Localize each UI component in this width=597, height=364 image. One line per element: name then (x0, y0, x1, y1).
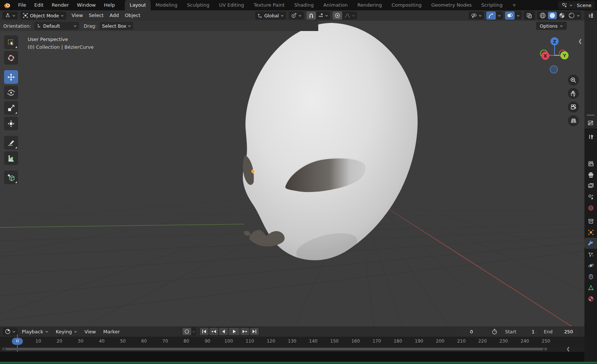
workspace-tab[interactable]: + (507, 0, 521, 10)
outliner-scrollbar[interactable] (587, 114, 595, 116)
timeline-collapse-arrow[interactable]: ❮ (566, 346, 570, 351)
workspace-tab[interactable]: Shading (289, 0, 319, 10)
navigation-gizmo[interactable]: Z X Y (535, 34, 575, 78)
topbar-menu-item[interactable]: Edit (30, 0, 48, 10)
viewport-menu-item[interactable]: Select (86, 10, 107, 21)
topbar-menu-item[interactable]: Render (48, 0, 73, 10)
gizmo-axis-x[interactable]: X (541, 52, 549, 60)
gizmo-axis-y[interactable]: Y (560, 51, 569, 59)
snap-toggle[interactable] (306, 11, 316, 20)
start-frame-field[interactable]: Start 1 (501, 329, 539, 334)
zoom-button[interactable] (568, 75, 579, 86)
tool-rotate[interactable] (4, 86, 18, 99)
properties-tab-object-data[interactable] (584, 282, 597, 293)
workspace-tab[interactable]: Geometry Nodes (426, 0, 477, 10)
properties-tab-object[interactable] (584, 227, 597, 238)
workspace-tab[interactable]: Animation (319, 0, 353, 10)
outliner-header[interactable] (584, 10, 597, 21)
blender-logo-icon[interactable] (4, 2, 11, 9)
tool-measure[interactable] (4, 151, 18, 165)
transform-orientation-dropdown[interactable]: Global (255, 11, 286, 20)
properties-tab-world[interactable] (584, 202, 597, 213)
properties-tab-view-layer[interactable] (584, 180, 597, 191)
overlays-toggle[interactable] (505, 11, 515, 20)
tool-move[interactable] (4, 70, 18, 84)
timeline-ruler[interactable]: 1020304050607080901001101201301401501601… (0, 337, 584, 346)
workspace-tab[interactable]: Rendering (353, 0, 387, 10)
next-keyframe-button[interactable] (240, 328, 249, 335)
tool-scale[interactable] (4, 101, 18, 115)
properties-tab-scene[interactable] (584, 191, 597, 202)
properties-tab-physics[interactable] (584, 260, 597, 271)
properties-tab-tool[interactable] (584, 131, 597, 142)
show-object-types-dropdown[interactable] (469, 11, 484, 20)
stopwatch-icon[interactable] (491, 329, 498, 335)
properties-tab-collection[interactable] (584, 216, 597, 227)
outliner-region[interactable] (584, 21, 597, 117)
mode-selector[interactable]: Object Mode (20, 11, 66, 20)
workspace-tab[interactable]: Modeling (151, 0, 182, 10)
topbar-menu-item[interactable]: Help (100, 0, 119, 10)
snap-settings-dropdown[interactable] (316, 11, 330, 20)
chevron-down-icon[interactable] (192, 330, 195, 333)
playback-menu[interactable]: Playback (18, 329, 52, 334)
editor-type-button[interactable] (3, 11, 18, 20)
shading-rendered-button[interactable] (567, 12, 576, 19)
view-menu[interactable]: View (81, 329, 99, 334)
viewport-menu-item[interactable]: View (69, 10, 86, 21)
tool-add-cube[interactable] (4, 171, 18, 184)
workspace-tab[interactable]: Layout (125, 0, 151, 10)
gizmo-toggle[interactable] (486, 11, 496, 20)
properties-tab-material[interactable] (584, 293, 597, 304)
tool-annotate[interactable] (4, 136, 18, 150)
object-origin-dot[interactable] (252, 170, 255, 173)
workspace-tab[interactable]: Sculpting (182, 0, 214, 10)
orientation-dropdown[interactable]: Default (34, 22, 79, 30)
properties-tab-modifier[interactable] (584, 238, 597, 249)
gizmo-axis-z[interactable]: Z (550, 37, 559, 45)
toggle-ortho-button[interactable] (568, 115, 579, 126)
topbar-menu-item[interactable]: Window (73, 0, 100, 10)
timeline-editor-type-button[interactable] (3, 327, 18, 336)
gizmo-axis-neg-z[interactable] (550, 66, 557, 73)
scene-selector[interactable]: Scene (558, 1, 595, 9)
tool-transform[interactable] (4, 117, 18, 130)
sidebar-collapse-arrow[interactable]: ❮ (578, 38, 582, 44)
tool-tweak-select-box[interactable] (4, 35, 18, 49)
workspace-tab[interactable]: Compositing (387, 0, 426, 10)
viewport-menu-item[interactable]: Add (107, 10, 122, 21)
workspace-tab[interactable]: Texture Paint (249, 0, 289, 10)
camera-view-button[interactable] (568, 102, 579, 113)
scrollbar-left-dot[interactable] (3, 348, 6, 350)
play-reverse-button[interactable] (219, 328, 228, 335)
marker-menu[interactable]: Marker (100, 329, 123, 334)
drag-dropdown[interactable]: Select Box (100, 22, 133, 30)
proportional-edit-toggle[interactable] (333, 11, 342, 20)
jump-to-start-button[interactable] (200, 328, 209, 335)
previous-keyframe-button[interactable] (209, 328, 218, 335)
jump-to-end-button[interactable] (250, 328, 259, 335)
shading-wireframe-button[interactable] (538, 12, 547, 19)
shading-material-button[interactable] (557, 12, 566, 19)
chevron-down-icon[interactable] (577, 14, 580, 17)
workspace-tab[interactable]: UV Editing (214, 0, 249, 10)
properties-tab-particles[interactable] (584, 249, 597, 260)
properties-header[interactable] (584, 117, 597, 128)
pivot-point-dropdown[interactable] (289, 11, 304, 20)
xray-toggle[interactable] (524, 11, 535, 20)
properties-tab-output[interactable] (584, 169, 597, 180)
3d-viewport[interactable]: User Perspective (0) Collection | Bézier… (0, 21, 584, 326)
properties-tab-constraints[interactable] (584, 271, 597, 282)
overlays-dropdown[interactable] (515, 11, 522, 20)
timeline-scrollbar[interactable] (2, 348, 547, 350)
gizmo-dropdown[interactable] (496, 11, 503, 20)
end-frame-field[interactable]: End 250 (539, 329, 577, 334)
current-frame-field[interactable]: 0 (454, 328, 488, 335)
falloff-dropdown[interactable] (342, 11, 357, 20)
keying-menu[interactable]: Keying (52, 329, 80, 334)
viewport-menu-item[interactable]: Object (122, 10, 143, 21)
play-button[interactable] (229, 328, 240, 335)
shading-solid-button[interactable] (548, 12, 557, 19)
scrollbar-right-dot[interactable] (543, 348, 545, 350)
topbar-menu-item[interactable]: File (14, 0, 30, 10)
